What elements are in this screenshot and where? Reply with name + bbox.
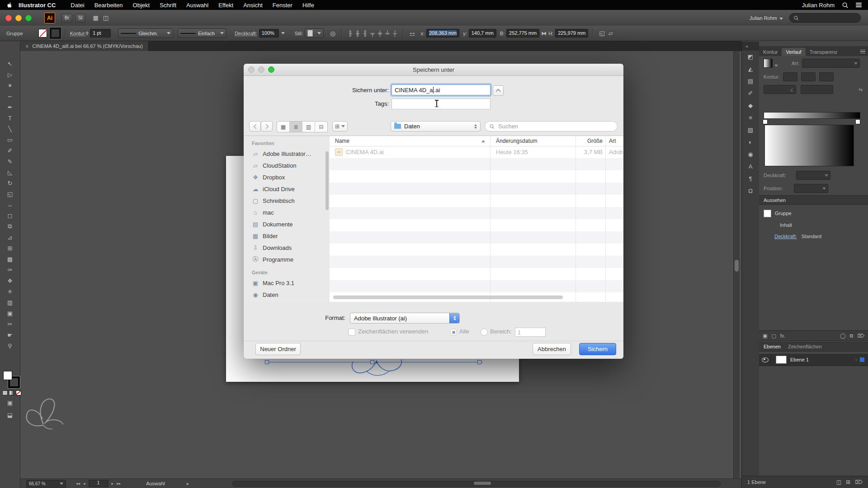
clear-appearance-icon[interactable]: ◯ <box>840 333 845 339</box>
window-close-button[interactable] <box>5 15 12 21</box>
first-artboard-icon[interactable]: ◂◂ <box>76 481 80 486</box>
selected-artwork[interactable] <box>349 359 405 380</box>
titlebar-username[interactable]: Julian Rohm <box>750 15 783 21</box>
appearance-content-label[interactable]: Inhalt <box>780 222 792 228</box>
close-tab-icon[interactable]: × <box>25 43 29 50</box>
perspective-grid-tool-icon[interactable]: ⊿ <box>0 232 20 243</box>
tab-transparency[interactable]: Transparenz <box>806 48 841 56</box>
file-list-hscrollbar-thumb[interactable] <box>333 296 563 299</box>
collapse-panels-icon[interactable]: « <box>745 43 748 49</box>
sidebar-item[interactable]: ▣ Mac Pro 3.1 <box>244 277 330 289</box>
new-fill-icon[interactable]: ▢ <box>771 333 776 339</box>
format-dropdown[interactable]: Adobe Illustrator (ai) <box>350 313 460 324</box>
transparency-panel-icon[interactable]: ◐ <box>742 136 759 148</box>
item-arrangement-dropdown[interactable]: ⊞ <box>332 121 348 131</box>
sidebar-item[interactable]: Ⓐ Programme <box>244 253 330 265</box>
selection-handle[interactable] <box>265 360 269 364</box>
sidebar-item[interactable]: ⇩ Downloads <box>244 242 330 253</box>
dialog-search-field[interactable] <box>485 121 618 131</box>
glyphs-panel-icon[interactable]: Ω <box>742 185 759 197</box>
shape-builder-tool-icon[interactable]: ⧉ <box>0 221 20 232</box>
tab-artboards[interactable]: Zeichenflächen <box>788 342 822 352</box>
panel-menu-icon[interactable] <box>860 49 865 56</box>
forward-button[interactable] <box>261 121 273 131</box>
menu-item[interactable]: Bearbeiten <box>90 2 128 9</box>
zoom-level-dropdown[interactable]: 66,67 % <box>26 480 66 488</box>
dialog-search-input[interactable] <box>497 122 599 130</box>
gradient-stroke-option[interactable] <box>819 72 834 81</box>
sidebar-scrollbar-thumb[interactable] <box>326 151 329 210</box>
sidebar-item[interactable]: ▱ Adobe Illustrator… <box>244 148 330 160</box>
align-right-icon[interactable]: ╢ <box>361 30 369 37</box>
stroke-swatch[interactable] <box>50 28 61 39</box>
previous-artboard-icon[interactable]: ◂ <box>83 481 85 486</box>
menu-item[interactable]: Objekt <box>128 2 155 9</box>
magic-wand-tool-icon[interactable]: ✶ <box>0 80 20 91</box>
stock-button[interactable]: St <box>75 14 85 23</box>
filename-field[interactable]: CINEMA 4D_a.ai <box>392 84 491 95</box>
selection-tool-icon[interactable]: ↖ <box>0 58 20 69</box>
dialog-titlebar[interactable]: Speichern unter <box>244 64 623 76</box>
sidebar-item[interactable]: ▦ Bilder <box>244 230 330 242</box>
free-transform-tool-icon[interactable]: ◻ <box>0 210 20 221</box>
height-value-field[interactable]: 225,979 mm <box>555 29 588 38</box>
hand-tool-icon[interactable]: ☛ <box>0 329 20 340</box>
window-minimize-button[interactable] <box>15 15 22 21</box>
align-left-icon[interactable]: ╟ <box>346 30 354 37</box>
workspace-switcher-icon[interactable]: ◫ <box>103 14 108 21</box>
icon-view-icon[interactable]: ▦ <box>277 122 290 132</box>
layer-thumbnail[interactable] <box>776 356 787 364</box>
delete-item-icon[interactable]: ⌦ <box>857 333 864 339</box>
gradient-stop[interactable] <box>855 119 860 124</box>
menu-item[interactable]: Schrift <box>155 2 181 9</box>
width-tool-icon[interactable]: ↔ <box>0 199 20 210</box>
opacity-label[interactable]: Deckkraft: <box>235 31 257 36</box>
selection-handle[interactable] <box>477 360 481 364</box>
column-view-icon[interactable]: ▥ <box>302 122 315 132</box>
document-tab[interactable]: × CINEMA 4D_ai8.ai bei 66,67 % (CMYK/Vor… <box>20 41 149 51</box>
cancel-button[interactable]: Abbrechen <box>533 343 571 355</box>
brushes-panel-icon[interactable]: ✐ <box>742 87 759 99</box>
color-guide-panel-icon[interactable]: ◭ <box>742 63 759 75</box>
blend-tool-icon[interactable]: ❖ <box>0 275 20 286</box>
appearance-panel-icon[interactable]: ◉ <box>742 148 759 160</box>
column-graph-tool-icon[interactable]: ▥ <box>0 297 20 308</box>
character-panel-icon[interactable]: A <box>742 160 759 173</box>
gradient-aspect-field[interactable] <box>801 85 833 94</box>
sidebar-item[interactable]: ☁ iCloud Drive <box>244 183 330 195</box>
sidebar-item[interactable]: ❖ Dropbox <box>244 171 330 183</box>
sidebar-item[interactable]: ▢ Schreibtisch <box>244 195 330 206</box>
use-artboards-checkbox[interactable] <box>348 328 355 336</box>
slice-tool-icon[interactable]: ✂ <box>0 319 20 329</box>
fill-stroke-indicator[interactable] <box>3 371 18 386</box>
file-list[interactable]: Name Änderungsdatum Größe Art Ai CINEMA … <box>330 136 623 302</box>
sidebar-item[interactable]: ◉ Daten <box>244 289 330 300</box>
color-panel-icon[interactable]: ◩ <box>742 51 759 63</box>
eyedropper-tool-icon[interactable]: ✑ <box>0 264 20 275</box>
style-dropdown[interactable] <box>305 28 324 38</box>
stroke-weight-value[interactable]: 1 pt <box>90 29 111 38</box>
appearance-opacity-link[interactable]: Deckkraft: <box>774 234 797 239</box>
rectangle-tool-icon[interactable]: ▭ <box>0 134 20 145</box>
layer-row[interactable]: Ebene 1 ◦ <box>759 354 868 366</box>
gradient-opacity-field[interactable] <box>796 171 830 180</box>
menu-item[interactable]: Datei <box>66 2 89 9</box>
gradient-position-field[interactable] <box>794 184 828 193</box>
range-radio[interactable] <box>481 328 488 336</box>
layer-selection-indicator[interactable] <box>860 357 864 362</box>
brush-definition-dropdown[interactable]: Gleichm. <box>118 28 173 38</box>
lasso-tool-icon[interactable]: ∽ <box>0 91 20 102</box>
column-header-name[interactable]: Name <box>335 138 349 144</box>
eraser-tool-icon[interactable]: ◺ <box>0 167 20 178</box>
tags-field[interactable] <box>392 99 491 109</box>
transform-grid-icon[interactable]: ⚏ <box>408 30 417 37</box>
symbols-panel-icon[interactable]: ◆ <box>742 99 759 112</box>
effects-icon[interactable]: fx. <box>780 333 786 339</box>
tab-stroke[interactable]: Kontur <box>759 48 782 56</box>
line-segment-tool-icon[interactable]: ╲ <box>0 123 20 134</box>
status-popup-icon[interactable]: ▸ <box>187 481 189 487</box>
arrange-documents-icon[interactable]: ▦ <box>93 14 98 21</box>
window-zoom-button[interactable] <box>25 15 32 21</box>
gradient-panel-icon[interactable]: ▧ <box>742 124 759 136</box>
gradient-stroke-option[interactable] <box>801 72 816 81</box>
